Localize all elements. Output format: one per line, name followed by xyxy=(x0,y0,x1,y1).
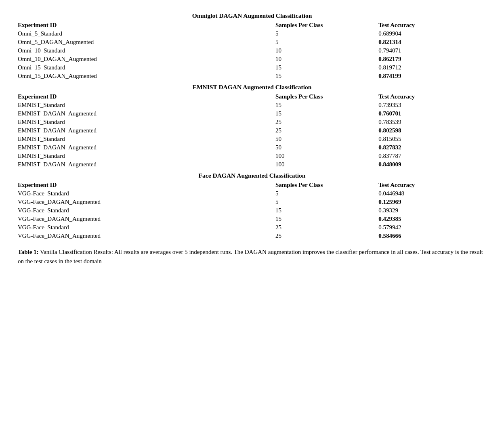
omniglot-tbody: Omni_5_Standard50.689904Omni_5_DAGAN_Aug… xyxy=(18,29,486,80)
experiment-id-cell: Omni_5_Standard xyxy=(18,29,275,38)
experiment-id-cell: VGG-Face_Standard xyxy=(18,206,275,215)
table-row: Omni_10_Standard100.794071 xyxy=(18,46,486,55)
emnist-col-accuracy: Test Accuracy xyxy=(378,92,486,101)
experiment-id-cell: EMNIST_Standard xyxy=(18,152,275,160)
experiment-id-cell: EMNIST_DAGAN_Augmented xyxy=(18,160,275,169)
emnist-col-samples: Samples Per Class xyxy=(275,92,378,101)
samples-cell: 5 xyxy=(275,189,378,198)
omniglot-title: Omniglot DAGAN Augmented Classification xyxy=(18,12,486,19)
table-row: EMNIST_Standard1000.837787 xyxy=(18,152,486,160)
accuracy-cell: 0.429385 xyxy=(378,215,486,223)
samples-cell: 100 xyxy=(275,160,378,169)
face-header-row: Experiment ID Samples Per Class Test Acc… xyxy=(18,181,486,189)
accuracy-cell: 0.874199 xyxy=(378,72,486,80)
emnist-title: EMNIST DAGAN Augmented Classification xyxy=(18,84,486,91)
table-row: EMNIST_DAGAN_Augmented500.827832 xyxy=(18,143,486,152)
caption-text: Vanilla Classification Results: All resu… xyxy=(18,249,483,264)
table-row: VGG-Face_Standard50.0446948 xyxy=(18,189,486,198)
experiment-id-cell: EMNIST_Standard xyxy=(18,118,275,126)
samples-cell: 50 xyxy=(275,135,378,143)
accuracy-cell: 0.821314 xyxy=(378,38,486,46)
omniglot-col-samples: Samples Per Class xyxy=(275,21,378,29)
table-row: EMNIST_Standard500.815055 xyxy=(18,135,486,143)
experiment-id-cell: VGG-Face_Standard xyxy=(18,189,275,198)
experiment-id-cell: EMNIST_Standard xyxy=(18,101,275,109)
samples-cell: 15 xyxy=(275,215,378,223)
table-row: Omni_15_Standard150.819712 xyxy=(18,63,486,72)
table-row: EMNIST_DAGAN_Augmented150.760701 xyxy=(18,109,486,118)
omniglot-col-experiment: Experiment ID xyxy=(18,21,275,29)
table-row: Omni_10_DAGAN_Augmented100.862179 xyxy=(18,55,486,63)
table-row: Omni_5_Standard50.689904 xyxy=(18,29,486,38)
accuracy-cell: 0.584666 xyxy=(378,232,486,240)
face-col-experiment: Experiment ID xyxy=(18,181,275,189)
face-col-samples: Samples Per Class xyxy=(275,181,378,189)
face-tbody: VGG-Face_Standard50.0446948VGG-Face_DAGA… xyxy=(18,189,486,240)
samples-cell: 15 xyxy=(275,72,378,80)
table-row: EMNIST_DAGAN_Augmented250.802598 xyxy=(18,126,486,135)
omniglot-table: Experiment ID Samples Per Class Test Acc… xyxy=(18,21,486,80)
table-row: EMNIST_Standard150.739353 xyxy=(18,101,486,109)
samples-cell: 25 xyxy=(275,126,378,135)
table-row: VGG-Face_Standard250.579942 xyxy=(18,223,486,232)
experiment-id-cell: VGG-Face_DAGAN_Augmented xyxy=(18,198,275,206)
emnist-table: Experiment ID Samples Per Class Test Acc… xyxy=(18,92,486,169)
samples-cell: 10 xyxy=(275,55,378,63)
emnist-header-row: Experiment ID Samples Per Class Test Acc… xyxy=(18,92,486,101)
experiment-id-cell: Omni_10_DAGAN_Augmented xyxy=(18,55,275,63)
table-row: VGG-Face_Standard150.39329 xyxy=(18,206,486,215)
emnist-tbody: EMNIST_Standard150.739353EMNIST_DAGAN_Au… xyxy=(18,101,486,169)
omniglot-col-accuracy: Test Accuracy xyxy=(378,21,486,29)
samples-cell: 10 xyxy=(275,46,378,55)
face-title: Face DAGAN Augmented Classification xyxy=(18,172,486,179)
samples-cell: 100 xyxy=(275,152,378,160)
table-row: EMNIST_DAGAN_Augmented1000.848009 xyxy=(18,160,486,169)
samples-cell: 15 xyxy=(275,101,378,109)
samples-cell: 5 xyxy=(275,29,378,38)
samples-cell: 25 xyxy=(275,223,378,232)
experiment-id-cell: VGG-Face_Standard xyxy=(18,223,275,232)
experiment-id-cell: Omni_5_DAGAN_Augmented xyxy=(18,38,275,46)
samples-cell: 5 xyxy=(275,198,378,206)
experiment-id-cell: Omni_10_Standard xyxy=(18,46,275,55)
accuracy-cell: 0.739353 xyxy=(378,101,486,109)
face-section: Face DAGAN Augmented Classification Expe… xyxy=(18,172,486,240)
experiment-id-cell: EMNIST_DAGAN_Augmented xyxy=(18,126,275,135)
accuracy-cell: 0.815055 xyxy=(378,135,486,143)
accuracy-cell: 0.819712 xyxy=(378,63,486,72)
omniglot-section: Omniglot DAGAN Augmented Classification … xyxy=(18,12,486,80)
table-row: Omni_15_DAGAN_Augmented150.874199 xyxy=(18,72,486,80)
accuracy-cell: 0.0446948 xyxy=(378,189,486,198)
table-row: Omni_5_DAGAN_Augmented50.821314 xyxy=(18,38,486,46)
accuracy-cell: 0.794071 xyxy=(378,46,486,55)
experiment-id-cell: EMNIST_DAGAN_Augmented xyxy=(18,143,275,152)
samples-cell: 15 xyxy=(275,63,378,72)
table-row: VGG-Face_DAGAN_Augmented50.125969 xyxy=(18,198,486,206)
table-row: VGG-Face_DAGAN_Augmented250.584666 xyxy=(18,232,486,240)
emnist-section: EMNIST DAGAN Augmented Classification Ex… xyxy=(18,84,486,169)
accuracy-cell: 0.760701 xyxy=(378,109,486,118)
accuracy-cell: 0.827832 xyxy=(378,143,486,152)
experiment-id-cell: EMNIST_Standard xyxy=(18,135,275,143)
accuracy-cell: 0.783539 xyxy=(378,118,486,126)
emnist-col-experiment: Experiment ID xyxy=(18,92,275,101)
accuracy-cell: 0.125969 xyxy=(378,198,486,206)
accuracy-cell: 0.802598 xyxy=(378,126,486,135)
accuracy-cell: 0.862179 xyxy=(378,55,486,63)
face-table: Experiment ID Samples Per Class Test Acc… xyxy=(18,181,486,240)
accuracy-cell: 0.848009 xyxy=(378,160,486,169)
experiment-id-cell: EMNIST_DAGAN_Augmented xyxy=(18,109,275,118)
samples-cell: 15 xyxy=(275,109,378,118)
table-row: VGG-Face_DAGAN_Augmented150.429385 xyxy=(18,215,486,223)
samples-cell: 25 xyxy=(275,232,378,240)
accuracy-cell: 0.579942 xyxy=(378,223,486,232)
experiment-id-cell: VGG-Face_DAGAN_Augmented xyxy=(18,232,275,240)
samples-cell: 15 xyxy=(275,206,378,215)
samples-cell: 5 xyxy=(275,38,378,46)
caption-label: Table 1: xyxy=(18,249,39,255)
samples-cell: 25 xyxy=(275,118,378,126)
accuracy-cell: 0.689904 xyxy=(378,29,486,38)
page-container: Omniglot DAGAN Augmented Classification … xyxy=(18,12,486,266)
experiment-id-cell: VGG-Face_DAGAN_Augmented xyxy=(18,215,275,223)
omniglot-header-row: Experiment ID Samples Per Class Test Acc… xyxy=(18,21,486,29)
